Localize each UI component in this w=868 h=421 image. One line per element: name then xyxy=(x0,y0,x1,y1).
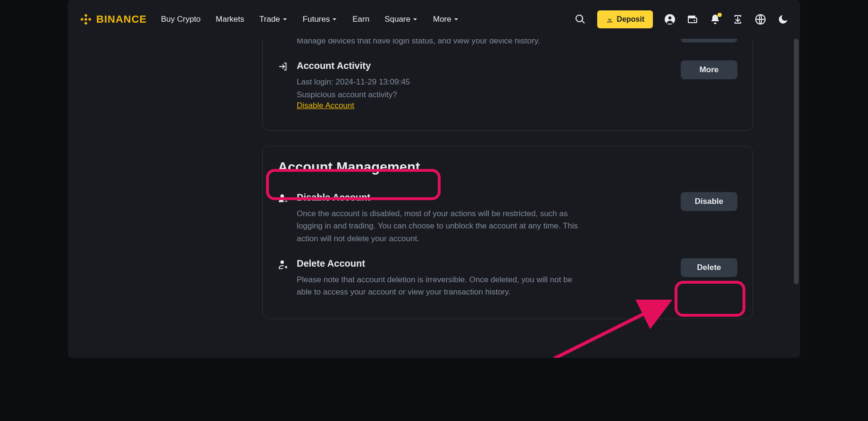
activity-last-login: Last login: 2024-11-29 13:09:45 xyxy=(297,76,589,88)
manage-button[interactable]: Manage xyxy=(681,39,737,42)
account-activity-row: Account Activity Last login: 2024-11-29 … xyxy=(278,54,737,117)
account-management-heading: Account Management xyxy=(278,160,737,175)
brand-text: BINANCE xyxy=(96,13,147,25)
disable-desc: Once the account is disabled, most of yo… xyxy=(297,208,589,245)
brand-logo[interactable]: BINANCE xyxy=(79,13,147,26)
nav-more[interactable]: More xyxy=(433,15,459,24)
main-nav: Buy Crypto Markets Trade Futures Earn Sq… xyxy=(161,15,575,24)
delete-button[interactable]: Delete xyxy=(681,258,737,277)
svg-point-4 xyxy=(281,261,284,264)
svg-point-1 xyxy=(668,17,671,19)
notification-dot xyxy=(718,13,722,17)
disable-title: Disable Account xyxy=(297,192,589,203)
scrollbar-thumb[interactable] xyxy=(794,39,799,284)
nav-earn[interactable]: Earn xyxy=(352,15,369,24)
content-area: Manage devices that have login status, a… xyxy=(68,39,800,358)
wallet-icon[interactable] xyxy=(687,14,698,25)
moon-icon[interactable] xyxy=(777,14,789,25)
devices-activity-card: Manage devices that have login status, a… xyxy=(262,39,753,131)
nav-square[interactable]: Square xyxy=(384,15,418,24)
globe-icon[interactable] xyxy=(755,14,766,25)
binance-icon xyxy=(79,13,92,26)
activity-title: Account Activity xyxy=(297,60,589,71)
disable-account-row: Disable Account Once the account is disa… xyxy=(278,185,737,252)
download-app-icon[interactable] xyxy=(732,14,743,25)
nav-buy-crypto[interactable]: Buy Crypto xyxy=(161,15,200,24)
chevron-down-icon xyxy=(412,17,418,22)
bell-icon[interactable] xyxy=(709,14,721,25)
nav-trade[interactable]: Trade xyxy=(259,15,288,24)
delete-desc: Please note that account deletion is irr… xyxy=(297,274,589,299)
deposit-button[interactable]: Deposit xyxy=(597,10,653,28)
nav-futures[interactable]: Futures xyxy=(303,15,338,24)
device-management-row: Manage devices that have login status, a… xyxy=(278,39,737,54)
user-icon[interactable] xyxy=(664,14,676,25)
delete-account-row: Delete Account Please note that account … xyxy=(278,252,737,305)
search-icon[interactable] xyxy=(575,14,586,25)
chevron-down-icon xyxy=(282,17,288,22)
activity-suspicious: Suspicious account activity? xyxy=(297,89,589,101)
delete-title: Delete Account xyxy=(297,258,589,269)
nav-markets[interactable]: Markets xyxy=(216,15,244,24)
user-delete-icon xyxy=(278,259,290,271)
chevron-down-icon xyxy=(453,17,459,22)
scrollbar[interactable] xyxy=(794,39,799,350)
user-disable-icon xyxy=(278,193,290,205)
header-actions: Deposit xyxy=(575,10,789,28)
disable-button[interactable]: Disable xyxy=(681,192,737,211)
svg-point-3 xyxy=(281,194,284,198)
login-icon xyxy=(278,61,290,74)
chevron-down-icon xyxy=(332,17,337,22)
download-icon xyxy=(606,16,614,24)
more-button[interactable]: More xyxy=(681,60,737,79)
disable-account-link[interactable]: Disable Account xyxy=(297,101,354,110)
header-bar: BINANCE Buy Crypto Markets Trade Futures… xyxy=(68,0,800,39)
device-desc: Manage devices that have login status, a… xyxy=(297,39,589,47)
account-management-card: Account Management Disable Account Once … xyxy=(262,146,753,319)
